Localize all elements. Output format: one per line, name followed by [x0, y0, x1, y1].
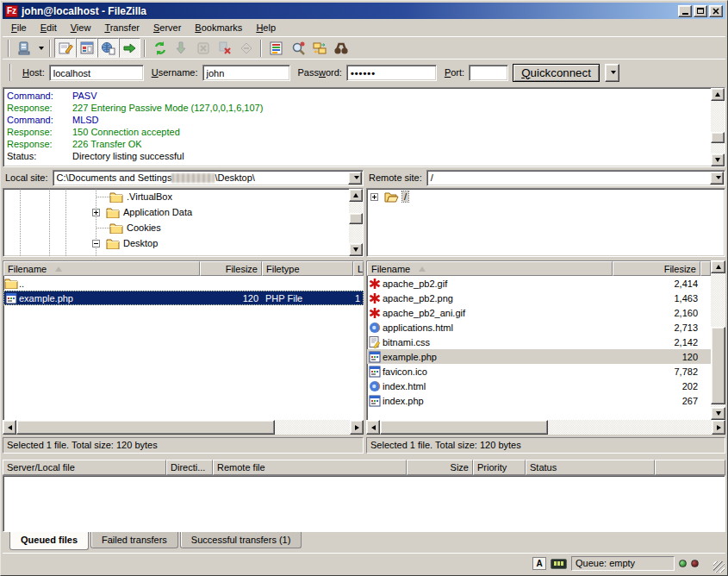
column-header-server-local-file[interactable]: Server/Local file	[3, 460, 166, 475]
toggle-remote-tree-button[interactable]	[97, 38, 119, 58]
scroll-down-button[interactable]	[711, 407, 725, 420]
file-row[interactable]: apache_pb2.png1,463	[367, 291, 711, 305]
scroll-thumb[interactable]	[711, 132, 725, 143]
filter-button[interactable]	[265, 38, 287, 58]
tab-failed-transfers[interactable]: Failed transfers	[90, 532, 178, 548]
menu-server[interactable]: Server	[146, 20, 188, 35]
tab-successful-transfers[interactable]: Successful transfers (1)	[180, 532, 302, 548]
tab-queued-files[interactable]: Queued files	[9, 532, 89, 550]
scroll-thumb[interactable]	[16, 420, 275, 435]
column-header-remote-file[interactable]: Remote file	[213, 460, 407, 475]
column-header-filename[interactable]: Filename	[367, 261, 613, 276]
menu-help[interactable]: Help	[249, 20, 283, 35]
scroll-thumb[interactable]	[380, 420, 548, 435]
disconnect-button[interactable]	[214, 38, 235, 58]
file-row[interactable]: favicon.ico7,782	[367, 364, 711, 379]
log-scrollbar[interactable]	[711, 88, 725, 166]
scroll-up-button[interactable]	[711, 88, 725, 101]
file-row-selected[interactable]: example.php120	[367, 349, 711, 364]
tree-item-application-data[interactable]: Application Data	[3, 204, 363, 220]
column-header-size[interactable]: Size	[407, 460, 473, 475]
collapse-minus-icon[interactable]	[92, 240, 100, 247]
file-row[interactable]: apache_pb2_ani.gif2,160	[367, 305, 711, 320]
scroll-right-button[interactable]	[350, 420, 364, 435]
file-row-example-php[interactable]: example.php 120 PHP File 1	[3, 291, 364, 305]
menu-bookmarks[interactable]: Bookmarks	[188, 20, 249, 35]
menu-view[interactable]: View	[64, 20, 98, 35]
scroll-track[interactable]	[380, 420, 712, 435]
column-header-filetype[interactable]: Filetype	[262, 261, 353, 276]
local-directory-tree[interactable]: .VirtualBox Application Data Cookies Des…	[3, 188, 364, 257]
password-input[interactable]: ••••••	[346, 65, 437, 81]
quickconnect-button[interactable]: Quickconnect	[513, 64, 600, 82]
expand-plus-icon[interactable]	[92, 209, 100, 216]
column-header-filesize[interactable]: Filesize	[613, 261, 700, 276]
column-header-direction[interactable]: Directi...	[166, 460, 213, 475]
tree-item-virtualbox[interactable]: .VirtualBox	[3, 189, 363, 204]
remote-site-combobox[interactable]: /	[426, 170, 725, 186]
file-row-parent-dir[interactable]: ..	[3, 276, 364, 291]
tree-item-cookies[interactable]: Cookies	[3, 220, 363, 235]
port-input[interactable]	[469, 65, 508, 81]
column-header-status[interactable]: Status	[526, 460, 655, 475]
file-row[interactable]: index.php267	[367, 393, 711, 408]
scroll-track[interactable]	[711, 101, 725, 153]
speed-limit-icon[interactable]	[551, 559, 567, 569]
expand-plus-icon[interactable]	[370, 193, 378, 201]
column-header-filename[interactable]: Filename	[3, 261, 200, 276]
toggle-log-button[interactable]	[54, 38, 76, 58]
local-site-combobox[interactable]: C:\Documents and Settings\Desktop\	[53, 170, 364, 186]
remote-list-scrollbar[interactable]	[711, 260, 725, 420]
file-row[interactable]: index.html202	[367, 379, 711, 393]
toggle-queue-button[interactable]	[119, 38, 140, 58]
process-queue-button[interactable]	[171, 38, 192, 58]
site-manager-dropdown-button[interactable]	[34, 38, 46, 58]
scroll-track[interactable]	[711, 273, 725, 407]
find-files-button[interactable]	[330, 38, 352, 58]
resize-grip[interactable]	[713, 561, 725, 573]
toggle-local-tree-button[interactable]	[76, 38, 97, 58]
quickconnect-dropdown-button[interactable]	[605, 64, 619, 82]
local-tree-scrollbar[interactable]	[349, 189, 363, 256]
data-type-icon[interactable]: A	[532, 557, 546, 570]
column-header-priority[interactable]: Priority	[473, 460, 526, 475]
tree-item-desktop[interactable]: Desktop	[3, 235, 363, 251]
synchronized-browsing-button[interactable]	[308, 38, 330, 58]
column-header-last-modified[interactable]: L	[353, 261, 364, 276]
titlebar[interactable]: Fz john@localhost - FileZilla	[3, 3, 725, 19]
scroll-left-button[interactable]	[3, 420, 16, 435]
scroll-thumb[interactable]	[711, 327, 725, 404]
scroll-up-button[interactable]	[349, 189, 363, 202]
scroll-left-button[interactable]	[366, 420, 380, 435]
remote-list-hscrollbar[interactable]	[366, 420, 725, 435]
close-button[interactable]	[709, 5, 723, 17]
scroll-track[interactable]	[349, 202, 363, 243]
scroll-down-button[interactable]	[711, 153, 725, 166]
scroll-up-button[interactable]	[711, 260, 725, 273]
minimize-button[interactable]	[678, 5, 692, 17]
queue-list[interactable]	[3, 475, 725, 532]
tree-item-root[interactable]: /	[367, 189, 725, 204]
refresh-button[interactable]	[149, 38, 171, 58]
reconnect-button[interactable]	[235, 38, 257, 58]
file-row[interactable]: bitnami.css2,142	[367, 335, 711, 349]
column-header-filesize[interactable]: Filesize	[200, 261, 262, 276]
local-site-dropdown-button[interactable]	[348, 172, 362, 185]
site-manager-button[interactable]	[13, 38, 34, 58]
file-row[interactable]: apache_pb2.gif2,414	[367, 276, 711, 291]
file-row[interactable]: applications.html2,713	[367, 320, 711, 335]
scroll-down-button[interactable]	[349, 243, 363, 256]
remote-directory-tree[interactable]: /	[366, 188, 725, 257]
menu-file[interactable]: File	[4, 20, 34, 35]
menu-edit[interactable]: Edit	[34, 20, 64, 35]
scroll-thumb[interactable]	[349, 213, 363, 224]
directory-comparison-button[interactable]	[287, 38, 308, 58]
scroll-track[interactable]	[16, 420, 350, 435]
remote-site-dropdown-button[interactable]	[710, 172, 724, 185]
menu-transfer[interactable]: Transfer	[97, 20, 146, 35]
scroll-right-button[interactable]	[712, 420, 725, 435]
local-list-hscrollbar[interactable]	[3, 420, 364, 435]
cancel-button[interactable]	[192, 38, 214, 58]
username-input[interactable]: john	[202, 65, 290, 81]
maximize-button[interactable]	[694, 5, 707, 17]
